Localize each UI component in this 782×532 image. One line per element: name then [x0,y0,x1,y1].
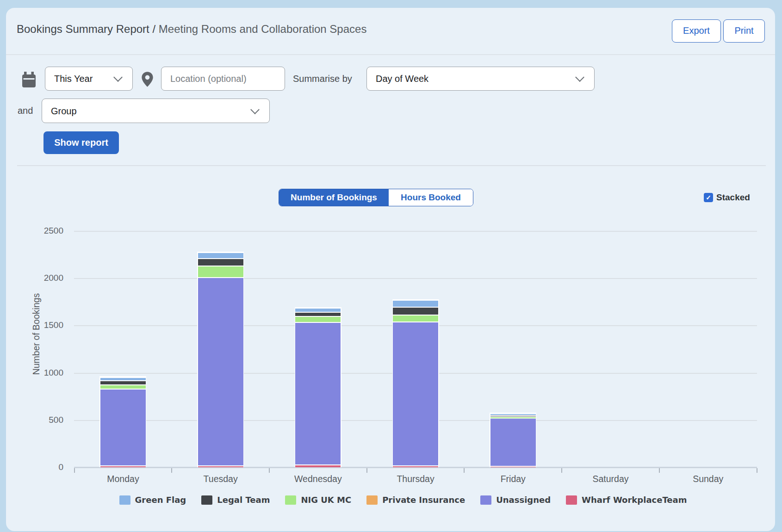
bar-segment-unassigned[interactable] [198,278,243,466]
legend-item-unassigned[interactable]: Unassigned [480,495,551,505]
bar-segment-nig-uk-mc[interactable] [393,315,438,322]
x-axis-tick [74,468,75,473]
legend-item-green-flag[interactable]: Green Flag [119,495,186,505]
bar-segment-wharf-workplaceteam[interactable] [295,465,341,468]
x-axis-tick [659,468,660,473]
bar-segment-nig-uk-mc[interactable] [100,385,146,389]
y-tick-label: 0 [19,462,63,472]
bar-segment-legal-team[interactable] [490,416,536,417]
legend-label: Wharf WorkplaceTeam [582,495,687,505]
x-axis-tick [464,468,465,473]
legend-item-wharf-workplaceteam[interactable]: Wharf WorkplaceTeam [566,495,687,505]
bar-friday[interactable] [490,413,536,468]
bar-segment-nig-uk-mc[interactable] [198,266,243,277]
bar-segment-unassigned[interactable] [295,323,341,464]
x-axis-tick [171,468,172,473]
x-category-label: Thursday [367,474,465,484]
bar-segment-wharf-workplaceteam[interactable] [100,466,146,467]
x-axis-tick [561,468,562,473]
y-gridline [74,278,757,279]
bar-segment-unassigned[interactable] [393,322,438,466]
bar-segment-nig-uk-mc[interactable] [490,417,536,418]
report-page: Bookings Summary Report / Meeting Rooms … [0,0,782,532]
x-category-label: Saturday [562,474,659,484]
bar-segment-green-flag[interactable] [198,253,243,258]
legend-swatch-unassigned [480,495,491,505]
y-tick-label: 500 [19,415,63,425]
x-axis-tick [757,468,757,473]
legend-label: NIG UK MC [301,495,351,505]
x-axis-tick [269,468,270,473]
legend-label: Legal Team [217,495,270,505]
x-category-label: Monday [74,474,172,484]
bar-segment-legal-team[interactable] [295,313,341,316]
bar-segment-unassigned[interactable] [490,419,536,466]
bar-segment-unassigned[interactable] [100,390,146,465]
legend-swatch-wharf-workplaceteam [566,495,577,505]
legend-item-nig-uk-mc[interactable]: NIG UK MC [285,495,351,505]
legend-item-private-insurance[interactable]: Private Insurance [366,495,465,505]
legend-swatch-legal-team [201,495,212,505]
bar-segment-wharf-workplaceteam[interactable] [198,466,243,467]
bar-monday[interactable] [99,376,146,467]
bar-segment-nig-uk-mc[interactable] [295,317,341,322]
chart-legend: Green FlagLegal TeamNIG UK MCPrivate Ins… [19,495,782,505]
bar-tuesday[interactable] [197,252,244,468]
legend-label: Unassigned [496,495,551,505]
bar-segment-green-flag[interactable] [490,414,536,415]
legend-swatch-nig-uk-mc [285,495,296,505]
x-category-label: Friday [464,474,562,484]
bar-segment-legal-team[interactable] [198,259,243,266]
x-category-label: Wednesday [269,474,367,484]
legend-label: Private Insurance [382,495,465,505]
y-tick-label: 2000 [19,273,63,283]
bar-segment-wharf-workplaceteam[interactable] [393,466,438,467]
y-tick-label: 2500 [19,226,63,236]
bar-thursday[interactable] [392,299,439,468]
x-category-label: Sunday [659,474,757,484]
bar-segment-legal-team[interactable] [393,308,438,315]
legend-swatch-private-insurance [366,495,378,505]
legend-swatch-green-flag [119,495,130,505]
x-category-label: Tuesday [172,474,269,484]
bar-chart: 05001000150020002500Number of BookingsMo… [0,0,782,532]
bar-wednesday[interactable] [295,307,341,468]
bar-segment-green-flag[interactable] [393,301,438,306]
legend-item-legal-team[interactable]: Legal Team [201,495,270,505]
bar-segment-green-flag[interactable] [295,309,341,311]
legend-label: Green Flag [135,495,186,505]
y-gridline [74,231,757,232]
y-axis-title: Number of Bookings [31,293,42,375]
bar-segment-wharf-workplaceteam[interactable] [490,467,536,467]
bar-segment-legal-team[interactable] [100,381,146,384]
x-axis-tick [366,468,367,473]
bar-segment-green-flag[interactable] [100,378,146,380]
